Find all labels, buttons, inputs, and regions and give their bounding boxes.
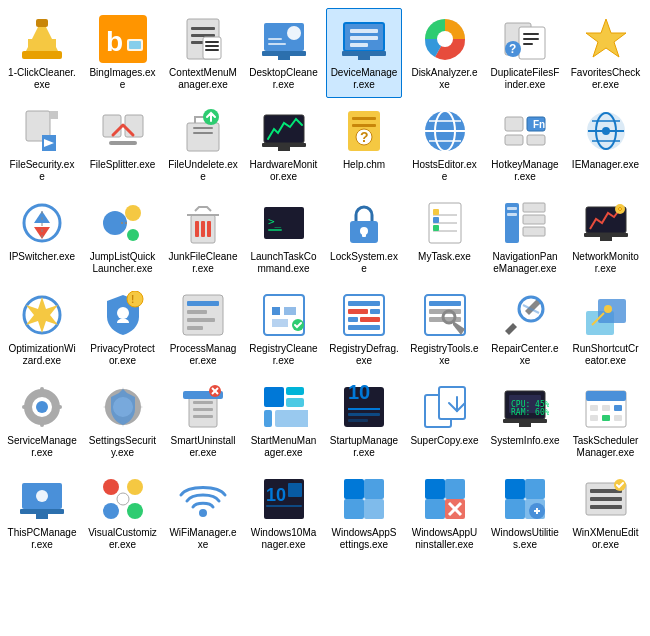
app-item-wifimanager[interactable]: WiFiManager.exe xyxy=(165,468,241,558)
app-item-supercopy[interactable]: SuperCopy.exe xyxy=(407,376,483,466)
svg-rect-149 xyxy=(286,398,304,407)
svg-rect-150 xyxy=(264,410,272,427)
svg-rect-171 xyxy=(602,415,610,421)
app-item-startmenumanager[interactable]: StartMenuManager.exe xyxy=(246,376,322,466)
svg-rect-3 xyxy=(36,19,48,27)
app-item-smartuninstaller[interactable]: SmartUninstaller.exe xyxy=(165,376,241,466)
svg-rect-121 xyxy=(348,325,380,330)
app-item-runshortcutcreator[interactable]: RunShortcutCreator.exe xyxy=(568,284,644,374)
app-item-favoriteschecker[interactable]: FavoritesChecker.exe xyxy=(568,8,644,98)
svg-rect-120 xyxy=(360,317,380,322)
app-item-hardwaremonitor[interactable]: HardwareMonitor.exe xyxy=(246,100,322,190)
app-item-duplicatefinder[interactable]: ?DuplicateFilesFinder.exe xyxy=(487,8,563,98)
app-item-desktopcleaner[interactable]: DesktopCleaner.exe xyxy=(246,8,322,98)
app-item-helpchm[interactable]: ?Help.chm xyxy=(326,100,402,190)
hostseditor-icon xyxy=(421,107,469,155)
app-item-repaircenter[interactable]: RepairCenter.exe xyxy=(487,284,563,374)
app-item-thispcmanager[interactable]: ThisPCManager.exe xyxy=(4,468,80,558)
app-item-servicemanager[interactable]: ServiceManager.exe xyxy=(4,376,80,466)
app-label-filesplitter: FileSplitter.exe xyxy=(90,159,156,171)
app-label-processmanager: ProcessManager.exe xyxy=(168,343,238,367)
app-item-optimizationwizard[interactable]: OptimizationWizard.exe xyxy=(4,284,80,374)
svg-rect-32 xyxy=(523,33,539,35)
app-item-fileundelete[interactable]: FileUndelete.exe xyxy=(165,100,241,190)
svg-point-176 xyxy=(36,490,48,502)
runshortcutcreator-icon xyxy=(582,291,630,339)
svg-point-105 xyxy=(117,307,129,319)
app-item-systeminfo[interactable]: CPU: 45%RAM: 60%SystemInfo.exe xyxy=(487,376,563,466)
app-item-hostseditor[interactable]: HostsEditor.exe xyxy=(407,100,483,190)
junkfilecleaner-icon xyxy=(179,199,227,247)
svg-rect-116 xyxy=(348,301,380,306)
svg-rect-148 xyxy=(286,387,304,395)
app-item-registrytools[interactable]: RegistryTools.exe xyxy=(407,284,483,374)
app-item-locksystem[interactable]: LockSystem.exe xyxy=(326,192,402,282)
app-item-registrydefrag[interactable]: RegistryDefrag.exe xyxy=(326,284,402,374)
app-label-mytask: MyTask.exe xyxy=(418,251,471,263)
svg-rect-98 xyxy=(507,207,517,210)
app-item-networkmonitor[interactable]: NetworkMonitor.exe xyxy=(568,192,644,282)
app-item-bingimages[interactable]: bBingImages.exe xyxy=(85,8,161,98)
svg-rect-164 xyxy=(519,423,531,427)
svg-rect-12 xyxy=(203,37,221,59)
app-item-processmanager[interactable]: ProcessManager.exe xyxy=(165,284,241,374)
app-item-mytask[interactable]: MyTask.exe xyxy=(407,192,483,282)
app-item-diskanalyzer[interactable]: DiskAnalyzer.exe xyxy=(407,8,483,98)
app-item-windows10manager[interactable]: 10Windows10Manager.exe xyxy=(246,468,322,558)
svg-rect-7 xyxy=(129,41,141,49)
app-item-1clickcleaner[interactable]: 1-ClickCleaner.exe xyxy=(4,8,80,98)
app-item-ipswitcher[interactable]: IPSwitcher.exe xyxy=(4,192,80,282)
app-item-visualcustomizer[interactable]: VisualCustomizer.exe xyxy=(85,468,161,558)
app-item-windowsappsettings[interactable]: WindowsAppSettings.exe xyxy=(326,468,402,558)
svg-point-132 xyxy=(36,401,48,413)
app-item-launchtaskcommand[interactable]: >_LaunchTaskCommand.exe xyxy=(246,192,322,282)
app-item-windowsappuninstaller[interactable]: WindowsAppUninstaller.exe xyxy=(407,468,483,558)
svg-rect-190 xyxy=(364,499,384,519)
app-item-registrycleaner[interactable]: RegistryCleaner.exe xyxy=(246,284,322,374)
svg-rect-112 xyxy=(187,326,203,330)
jumplistlauncher-icon xyxy=(99,199,147,247)
svg-rect-41 xyxy=(103,115,121,137)
app-item-navigationpane[interactable]: NavigationPaneManager.exe xyxy=(487,192,563,282)
svg-rect-185 xyxy=(266,505,302,507)
app-item-hotkeymanager[interactable]: FnHotkeyManager.exe xyxy=(487,100,563,190)
svg-rect-9 xyxy=(191,27,215,30)
app-label-settingssecurity: SettingsSecurity.exe xyxy=(88,435,158,459)
app-item-winxmenueditor[interactable]: WinXMenuEditor.exe xyxy=(568,468,644,558)
hotkeymanager-icon: Fn xyxy=(501,107,549,155)
svg-rect-193 xyxy=(425,499,445,519)
app-item-taskscheduler[interactable]: TaskSchedulerManager.exe xyxy=(568,376,644,466)
svg-rect-14 xyxy=(205,45,219,47)
svg-rect-141 xyxy=(193,401,213,404)
svg-rect-192 xyxy=(445,479,465,499)
app-label-servicemanager: ServiceManager.exe xyxy=(7,435,77,459)
app-item-junkfilecleaner[interactable]: JunkFileCleaner.exe xyxy=(165,192,241,282)
svg-rect-27 xyxy=(350,43,368,47)
systeminfo-icon: CPU: 45%RAM: 60% xyxy=(501,383,549,431)
app-item-devicemanager[interactable]: DeviceManager.exe xyxy=(326,8,402,98)
app-item-windowsutilities[interactable]: WindowsUtilities.exe xyxy=(487,468,563,558)
svg-rect-26 xyxy=(350,36,378,40)
app-item-filesecurity[interactable]: FileSecurity.exe xyxy=(4,100,80,190)
app-item-iemanager[interactable]: IEManager.exe xyxy=(568,100,644,190)
svg-rect-119 xyxy=(348,317,358,322)
svg-rect-0 xyxy=(22,51,62,59)
app-label-hotkeymanager: HotkeyManager.exe xyxy=(490,159,560,183)
svg-rect-40 xyxy=(50,111,58,119)
svg-rect-86 xyxy=(362,231,366,237)
svg-rect-166 xyxy=(586,391,626,401)
app-item-contextmenu[interactable]: ContextMenuManager.exe xyxy=(165,8,241,98)
app-item-privacyprotector[interactable]: !PrivacyProtector.exe xyxy=(85,284,161,374)
svg-text:b: b xyxy=(106,26,123,57)
visualcustomizer-icon xyxy=(99,475,147,523)
svg-point-181 xyxy=(117,493,129,505)
app-item-startupmanager[interactable]: 10StartupManager.exe xyxy=(326,376,402,466)
svg-rect-53 xyxy=(352,124,376,127)
app-item-jumplistlauncher[interactable]: JumpListQuickLauncher.exe xyxy=(85,192,161,282)
svg-text:?: ? xyxy=(360,129,369,145)
app-item-settingssecurity[interactable]: SettingsSecurity.exe xyxy=(85,376,161,466)
svg-rect-42 xyxy=(125,115,143,137)
svg-point-178 xyxy=(127,479,143,495)
svg-rect-143 xyxy=(193,415,213,418)
app-item-filesplitter[interactable]: FileSplitter.exe xyxy=(85,100,161,190)
